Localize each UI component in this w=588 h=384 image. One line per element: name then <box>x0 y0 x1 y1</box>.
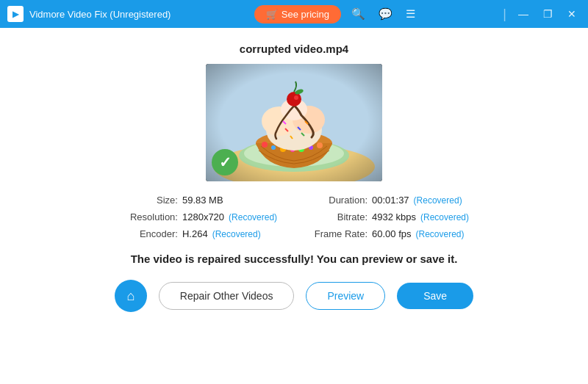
duration-value: 00:01:37 <box>372 195 409 206</box>
preview-button[interactable]: Preview <box>306 282 385 310</box>
app-icon-symbol: ▶ <box>12 10 18 19</box>
video-info-grid: Size: 59.83 MB Duration: 00:01:37 (Recov… <box>119 195 469 239</box>
action-buttons: ⌂ Repair Other Videos Preview Save <box>115 280 473 312</box>
resolution-label: Resolution: <box>119 211 178 222</box>
duration-label: Duration: <box>309 195 368 206</box>
duration-row: Duration: 00:01:37 (Recovered) <box>309 195 469 206</box>
resolution-recovered: (Recovered) <box>229 212 277 222</box>
search-icon[interactable]: 🔍 <box>348 6 368 22</box>
video-thumbnail-container: ✓ <box>206 64 382 181</box>
duration-recovered: (Recovered) <box>414 195 462 206</box>
app-icon: ▶ <box>7 6 24 22</box>
resolution-row: Resolution: 1280x720 (Recovered) <box>119 211 279 222</box>
framerate-recovered: (Recovered) <box>416 229 465 239</box>
framerate-row: Frame Rate: 60.00 fps (Recovered) <box>309 228 469 239</box>
size-label: Size: <box>119 195 178 206</box>
maximize-button[interactable]: ❐ <box>539 7 557 21</box>
encoder-row: Encoder: H.264 (Recovered) <box>119 228 279 239</box>
close-button[interactable]: ✕ <box>563 7 581 21</box>
filename-label: corrupted video.mp4 <box>240 43 348 55</box>
title-bar-left: ▶ Vidmore Video Fix (Unregistered) <box>7 6 171 22</box>
size-row: Size: 59.83 MB <box>119 195 279 206</box>
size-value: 59.83 MB <box>182 195 223 206</box>
menu-icon[interactable]: ☰ <box>403 6 418 22</box>
minimize-button[interactable]: — <box>514 7 533 21</box>
repair-other-button[interactable]: Repair Other Videos <box>159 282 295 310</box>
success-check-badge: ✓ <box>212 149 238 175</box>
title-bar: ▶ Vidmore Video Fix (Unregistered) 🛒 See… <box>0 0 588 28</box>
framerate-value: 60.00 fps <box>372 228 412 239</box>
message-icon[interactable]: 💬 <box>376 6 395 22</box>
bitrate-value: 4932 kbps <box>372 211 416 222</box>
encoder-label: Encoder: <box>119 228 178 239</box>
title-bar-center: 🛒 See pricing 🔍 💬 ☰ <box>254 5 418 23</box>
save-button[interactable]: Save <box>397 283 473 309</box>
home-button[interactable]: ⌂ <box>115 280 147 312</box>
see-pricing-button[interactable]: 🛒 See pricing <box>254 5 341 23</box>
bitrate-recovered: (Recovered) <box>420 212 469 222</box>
resolution-value: 1280x720 <box>182 211 224 222</box>
window-controls: | — ❐ ✕ <box>501 7 581 22</box>
home-icon: ⌂ <box>126 289 135 304</box>
encoder-value: H.264 <box>182 228 208 239</box>
bitrate-row: Bitrate: 4932 kbps (Recovered) <box>309 211 469 222</box>
encoder-recovered: (Recovered) <box>212 229 261 239</box>
app-title: Vidmore Video Fix (Unregistered) <box>29 9 171 20</box>
cart-icon: 🛒 <box>266 9 278 20</box>
main-content: corrupted video.mp4 <box>0 28 588 384</box>
bitrate-label: Bitrate: <box>309 211 368 222</box>
success-message: The video is repaired successfully! You … <box>131 253 458 265</box>
separator: | <box>503 7 506 22</box>
framerate-label: Frame Rate: <box>309 228 368 239</box>
see-pricing-label: See pricing <box>282 9 329 20</box>
